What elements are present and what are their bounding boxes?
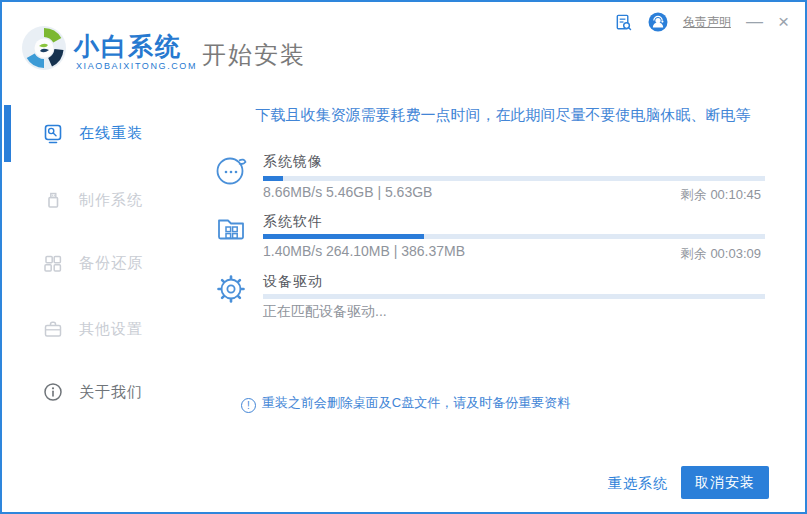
- disclaimer-link[interactable]: 免责声明: [683, 14, 731, 31]
- app-window: 小白系统 XIAOBAIXITONG.COM 开始安装 免责声明 — ×: [0, 0, 807, 514]
- sidebar-item-label: 制作系统: [79, 191, 143, 210]
- header-actions: 免责声明 — ×: [614, 10, 789, 34]
- progress-fill: [263, 234, 424, 239]
- progress-bar-system-image: [263, 176, 765, 181]
- sidebar-item-label: 备份还原: [79, 254, 143, 273]
- progress-fill: [263, 176, 283, 181]
- sidebar-item-label: 在线重装: [79, 124, 143, 143]
- sidebar-item-online-reinstall[interactable]: 在线重装: [2, 121, 202, 145]
- device-driver-icon: [212, 270, 250, 308]
- system-software-icon: [212, 210, 250, 248]
- brand-domain: XIAOBAIXITONG.COM: [76, 61, 197, 71]
- task-name: 设备驱动: [263, 273, 323, 291]
- task-name: 系统镜像: [263, 153, 323, 171]
- task-remaining: 剩余 00:03:09: [681, 245, 761, 263]
- customer-service-icon[interactable]: [648, 12, 668, 32]
- progress-bar-system-software: [263, 234, 765, 239]
- backup-restore-icon: [42, 252, 64, 274]
- task-status: 正在匹配设备驱动...: [263, 303, 387, 321]
- brand-logo-icon: [20, 24, 68, 72]
- brand-name: 小白系统: [74, 30, 182, 63]
- exclamation-icon: !: [241, 398, 256, 413]
- page-title: 开始安装: [202, 39, 306, 71]
- task-remaining: 剩余 00:10:45: [681, 186, 761, 204]
- task-name: 系统软件: [263, 213, 323, 231]
- close-button[interactable]: ×: [778, 10, 789, 34]
- backup-note-text: 重装之前会删除桌面及C盘文件，请及时备份重要资料: [262, 395, 570, 410]
- system-image-icon: [212, 151, 250, 189]
- reselect-system-button[interactable]: 重选系统: [608, 475, 668, 493]
- briefcase-icon: [42, 318, 64, 340]
- sidebar-item-backup-restore[interactable]: 备份还原: [2, 251, 202, 275]
- sidebar-item-other-settings[interactable]: 其他设置: [2, 317, 202, 341]
- task-detail: 8.66MB/s 5.46GB | 5.63GB: [263, 184, 432, 200]
- sidebar-item-label: 其他设置: [79, 320, 143, 339]
- bill-search-icon[interactable]: [614, 13, 633, 32]
- online-reinstall-icon: [42, 122, 64, 144]
- download-warning-text: 下载且收集资源需要耗费一点时间，在此期间尽量不要使电脑休眠、断电等: [227, 106, 779, 125]
- task-detail: 1.40MB/s 264.10MB | 386.37MB: [263, 243, 465, 259]
- sidebar-item-make-system[interactable]: 制作系统: [2, 188, 202, 212]
- backup-note: !重装之前会删除桌面及C盘文件，请及时备份重要资料: [2, 394, 807, 413]
- progress-bar-device-driver: [263, 294, 765, 299]
- minimize-button[interactable]: —: [746, 10, 763, 34]
- usb-drive-icon: [42, 189, 64, 211]
- cancel-install-button[interactable]: 取消安装: [681, 466, 769, 499]
